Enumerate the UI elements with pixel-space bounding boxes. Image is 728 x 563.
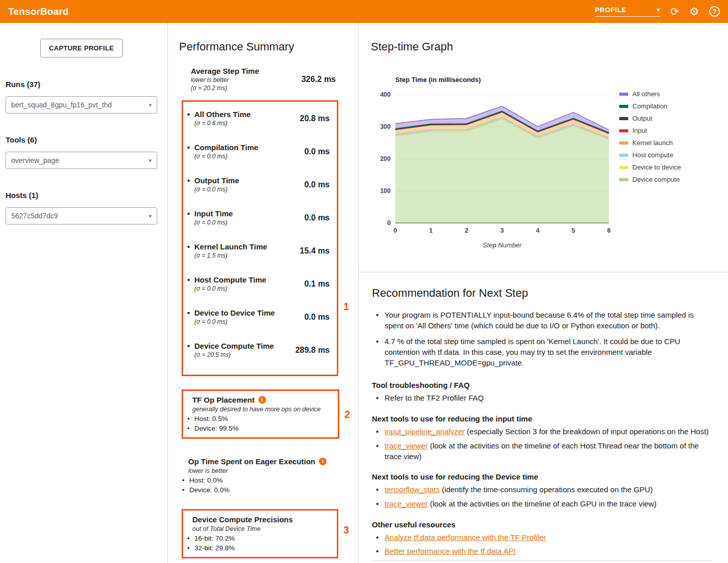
svg-text:1: 1 (429, 227, 433, 234)
app-header: TensorBoard PROFILE ▾ ⟳ ⚙ ? (0, 0, 728, 23)
metric-sigma: (σ = 20.2 ms) (191, 85, 259, 92)
svg-text:200: 200 (380, 155, 391, 162)
metric-row: •Device Compute Time (σ = 20.5 ms) 289.8… (187, 342, 330, 358)
resource-item: • Analyze tf.data performance with the T… (376, 532, 713, 543)
input-tools-heading: Next tools to use for reducing the input… (372, 414, 713, 423)
info-icon[interactable]: i (258, 396, 266, 404)
link-trace-viewer[interactable]: trace_viewer (385, 499, 428, 508)
metric-sigma: (σ = 0.0 ms) (194, 318, 275, 325)
legend-swatch (619, 166, 628, 169)
metric-label: All Others Time (194, 110, 251, 119)
legend-label: Compilation (632, 102, 667, 110)
chevron-down-icon: ▾ (149, 213, 152, 219)
performance-summary-panel: Performance Summary Average Step Time lo… (168, 23, 359, 563)
bullet-icon: • (187, 544, 194, 552)
legend-label: Host compute (632, 151, 673, 159)
chevron-down-icon: ▾ (149, 157, 152, 164)
metric-row: •Compilation Time (σ = 0.0 ms) 0.0 ms (187, 143, 330, 160)
tf-op-placement-host: Host: 0.5% (194, 415, 228, 423)
metric-sigma: (σ = 0.0 ms) (194, 153, 258, 160)
step-time-chart: 01002003004000123456 (371, 89, 613, 237)
legend-label: Device compute (632, 176, 680, 183)
gear-icon[interactable]: ⚙ (689, 6, 699, 17)
resource-item: • Better performance with the tf.data AP… (376, 546, 713, 557)
svg-text:6: 6 (607, 227, 611, 234)
hosts-select[interactable]: 5627c5dd7dc9 ▾ (6, 207, 157, 224)
legend-swatch (619, 142, 628, 145)
bullet-icon: • (187, 534, 194, 542)
metric-row: •All Others Time (σ = 0.6 ms) 20.8 ms (187, 110, 330, 127)
legend-swatch (619, 129, 628, 132)
recommendation-item: • 4.7 % of the total step time sampled i… (376, 336, 713, 368)
capture-profile-button[interactable]: CAPTURE PROFILE (40, 39, 122, 58)
legend-item: Compilation (619, 102, 681, 110)
bullet-icon: • (187, 242, 194, 251)
metric-label: Input Time (194, 209, 233, 218)
svg-text:0: 0 (394, 227, 397, 234)
link-trace-viewer[interactable]: trace_viewer (385, 441, 428, 450)
link-tensorflow-stats[interactable]: tensorflow_stats (385, 485, 440, 494)
legend-label: Output (632, 115, 652, 122)
annotation-box-3: Device Compute Precisions out of Total D… (182, 509, 338, 558)
sidebar: CAPTURE PROFILE Runs (37) bert_squad_8gp… (0, 23, 168, 563)
legend-swatch (619, 93, 628, 96)
faq-item: • Refer to the TF2 Profiler FAQ (376, 393, 713, 404)
svg-text:5: 5 (572, 227, 575, 234)
runs-label: Runs (37) (6, 80, 157, 89)
legend-label: Kernel launch (632, 139, 673, 147)
legend-label: Input (632, 127, 647, 134)
tool-item-text: (identify the time-consuming operations … (440, 485, 653, 494)
legend-item: Host compute (619, 151, 681, 159)
dashboard-select[interactable]: PROFILE ▾ (595, 6, 660, 17)
link-analyze-tfdata-performance[interactable]: Analyze tf.data performance with the TF … (385, 533, 546, 542)
svg-text:2: 2 (465, 227, 469, 234)
bullet-icon: • (187, 110, 194, 119)
hosts-select-value: 5627c5dd7dc9 (11, 212, 58, 220)
info-icon[interactable]: i (319, 458, 327, 465)
link-input-pipeline-analyzer[interactable]: input_pipeline_analyzer (385, 427, 465, 436)
metric-sigma: (σ = 0.0 ms) (194, 285, 266, 292)
precisions-16bit: 16-bit: 70.2% (194, 534, 235, 542)
tools-select[interactable]: overview_page ▾ (6, 152, 157, 169)
metric-value: 289.8 ms (295, 346, 330, 355)
metric-value: 20.8 ms (300, 114, 330, 123)
resources-heading: Other useful resources (372, 520, 713, 529)
link-better-performance-tfdata-api[interactable]: Better performance with the tf.data API (385, 547, 516, 555)
refresh-icon[interactable]: ⟳ (671, 6, 680, 17)
bullet-icon: • (376, 310, 385, 331)
metric-sigma: (σ = 0.0 ms) (194, 219, 233, 226)
bullet-icon: • (187, 342, 194, 350)
bullet-icon: • (187, 425, 194, 432)
metric-row: •Output Time (σ = 0.0 ms) 0.0 ms (187, 176, 330, 193)
metric-value: 0.0 ms (304, 147, 330, 156)
legend-item: All others (619, 90, 681, 98)
annotation-number-2: 2 (344, 409, 350, 420)
metric-label: Device Compute Time (194, 342, 274, 350)
precisions-note: out of Total Device Time (192, 525, 332, 532)
legend-swatch (619, 178, 628, 181)
performance-summary-title: Performance Summary (179, 40, 358, 53)
metric-value: 0.1 ms (304, 279, 330, 289)
metric-value: 0.0 ms (304, 213, 330, 222)
tf-op-placement-title: TF Op Placement (192, 396, 255, 404)
metric-value: 326.2 ms (301, 75, 336, 84)
chart-legend: All othersCompilationOutputInputKernel l… (619, 90, 681, 249)
bullet-icon: • (376, 441, 385, 462)
tool-item-text: (look at the activities on the timeline … (428, 499, 656, 508)
hosts-label: Hosts (1) (6, 191, 157, 200)
metric-row: •Kernel Launch Time (σ = 1.5 ms) 15.4 ms (187, 242, 330, 259)
tool-item: • trace_viewer (look at the activities o… (376, 441, 713, 462)
metric-row: •Host Compute Time (σ = 0.0 ms) 0.1 ms (187, 275, 330, 292)
metric-value: 15.4 ms (300, 246, 330, 256)
legend-item: Kernel launch (619, 139, 681, 147)
tool-item-text: (especially Section 3 for the breakdown … (465, 427, 709, 436)
dashboard-select-value: PROFILE (595, 6, 627, 14)
runs-select[interactable]: bert_squad_8gpu_fp16_pvt_thd ▾ (6, 96, 157, 114)
bullet-icon: • (376, 485, 385, 495)
svg-text:100: 100 (380, 187, 391, 194)
bullet-icon: • (182, 476, 189, 484)
help-icon[interactable]: ? (709, 6, 720, 17)
svg-text:300: 300 (380, 123, 391, 130)
tool-item-text: (look at the activities on the timeline … (385, 441, 699, 461)
legend-item: Device to device (619, 163, 681, 171)
